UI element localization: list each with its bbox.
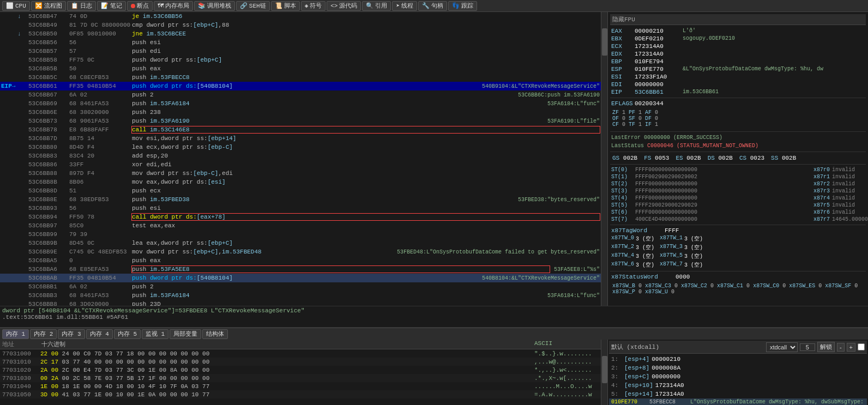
memory-row[interactable]: 770310102C 17 03 77 40 00 00 00 00 00 00… [0,358,607,366]
disasm-row[interactable]: 53C6BB6E68 38020000push 238 [0,108,601,117]
disasm-bytes: 68 9061FA53 [69,118,132,124]
disasm-row[interactable]: 53C6BB8D51push ecx [0,186,601,195]
bottom-tab-0[interactable]: 内存 1 [2,329,29,339]
disasm-row[interactable]: 53C6BB5B50push eax [0,64,601,73]
toolbar-note[interactable]: 📝 笔记 [97,1,126,11]
disasm-comment: 53FA6190:L"file" [543,118,600,124]
disasm-row[interactable]: 53C6BBA668 E85EFA53push im.53FA5EE853FA5… [0,265,601,274]
disasm-scroll-thumb[interactable] [602,28,607,56]
toolbar-source[interactable]: <> 源代码 [327,1,361,11]
st-reg-row: ST(0) FFFF000000000000000 x87r0 invalid [610,166,866,173]
x87sw-header-row: x87StatusWord 0000 [610,273,866,281]
disasm-addr: 53C6BB57 [28,48,69,55]
disasm-row[interactable]: 53C6BB9979 39 [0,230,601,239]
memory-row[interactable]: 770310202A 00 2C 00 E4 7D 03 77 3C 00 1E… [0,366,607,374]
default-header: 默认 (xtdcall) xtdcall 解锁 - + [609,341,867,354]
memory-row[interactable]: 7703100022 00 24 00 C0 7D 03 77 18 00 00… [0,349,607,358]
disasm-scrollbar[interactable] [601,12,607,306]
memory-row[interactable]: 770310401E 00 18 1E 00 00 4D 18 00 10 4F… [0,382,607,390]
toolbar-handle[interactable]: 🔧 句柄 [418,1,447,11]
bottom-tab-2[interactable]: 内存 3 [58,329,85,339]
toolbar-breakpoint[interactable]: 断点 [127,1,153,11]
memory-row[interactable]: 7703103000 2A 00 2C 58 7E 03 77 5B 17 1F… [0,374,607,382]
disasm-row[interactable]: 53C6BB8B8B06mov eax,dword ptr ds:[esi] [0,178,601,186]
num-input[interactable] [800,343,815,351]
checkbox-input[interactable] [858,343,865,350]
disasm-row[interactable]: 53C6BB5C68 C8ECFB53push im.53FBECC8 [0,73,601,82]
disasm-row[interactable]: 53C6BB7D8B75 14mov esi,dword ptr ss:[ebp… [0,134,601,143]
toolbar-thread[interactable]: ➤ 线程 [392,1,417,11]
disasm-bytes: 6A 02 [69,92,132,98]
registers-panel: 隐藏FPU EAX 00000210 L'ð' EBX 0DEF0210 sog… [608,12,868,306]
disasm-row[interactable]: ↓53C6BB500F85 98010000jne im.53C6BCEE [0,29,601,38]
st-reg-row: ST(1) FFFF002900290029002 x87r1 invalid [610,173,866,180]
bottom-tab-7[interactable]: 结构体 [202,329,228,339]
disasm-row[interactable]: ↓53C6BB4774 0Dje im.53C6BB56 [0,12,601,21]
disasm-row[interactable]: EIP→53C6BB61FF35 04810B54push dword ptr … [0,82,601,90]
default-combo[interactable]: xtdcall [766,342,798,352]
disasm-row[interactable]: 53C6BB8383C4 20add esp,20 [0,152,601,160]
disasm-row[interactable]: 53C6BB9B8D45 0Clea eax,dword ptr ss:[ebp… [0,239,601,247]
bottom-tab-3[interactable]: 内存 4 [86,329,113,339]
bottom-tab-5[interactable]: 监视 1 [142,329,168,339]
disasm-row[interactable]: 53C6BB9785C0test eax,eax [0,221,601,230]
disasm-instr: push eax [132,65,600,72]
list-item: 1: [esp+4] 00000210 [609,355,867,364]
st-reg-row: ST(3) FFFF000000000000000 x87r3 invalid [610,188,866,195]
disasm-bytes: 68 38EDFB53 [69,196,132,203]
disasm-row[interactable]: 53C6BB676A 02push 253C6BB6C:push im.53FA… [0,90,601,99]
disasm-row[interactable]: 53C6BBB368 8461FA53push im.53FA618453FA6… [0,291,601,300]
disasm-row[interactable]: 53C6BB808D4D F4lea ecx,dword ptr ss:[ebp… [0,143,601,152]
disasm-row[interactable]: 53C6BB58FF75 0Cpush dword ptr ss:[ebp+C] [0,56,601,64]
minus-button[interactable]: - [837,343,845,352]
plus-button[interactable]: + [847,343,855,352]
disasm-addr: 53C6BB5C [28,74,69,81]
toolbar-cpu[interactable]: ⬜ CPU [2,1,30,11]
bottom-tab-6[interactable]: 局部变量 [170,329,201,339]
memory-scrollbar[interactable] [601,340,607,405]
disasm-row[interactable]: 53C6BB5656push esi [0,38,601,47]
memory-row[interactable]: 770310503D 00 41 03 77 1E 00 10 00 1E 0A… [0,390,607,398]
toolbar-symbol[interactable]: ◈ 符号 [301,1,326,11]
lock-button[interactable]: 解锁 [817,342,835,352]
toolbar-ref[interactable]: 🔍 引用 [362,1,391,11]
lasterror-row: LastError 00000000 (ERROR_SUCCESS) [610,134,866,142]
disasm-row[interactable]: 53C6BB7368 9061FA53push im.53FA619053FA6… [0,117,601,125]
disasm-row[interactable]: 53C6BBB868 3D020000push 23D [0,300,601,306]
disasm-row[interactable]: 53C6BB78E8 6B88FAFFcall im.53C146E8 [0,125,601,134]
disasm-row[interactable]: 53C6BB88897D F4mov dword ptr ss:[ebp-C],… [0,169,601,178]
bottom-tab-1[interactable]: 内存 2 [30,329,57,339]
reg-row-ebx: EBX 0DEF0210 sogoupy.0DEF0210 [610,35,866,43]
disasm-row[interactable]: 53C6BB9356push esi [0,204,601,213]
memory-panel[interactable]: 地址 十六进制 ASCII 7703100022 00 24 00 C0 7D … [0,340,608,405]
toolbar-log[interactable]: 📋 日志 [67,1,96,11]
disasm-area[interactable]: ↓53C6BB4774 0Dje im.53C6BB5653C6BB4981 7… [0,12,607,306]
toolbar-script[interactable]: 📜 脚本 [271,1,300,11]
disasm-row[interactable]: 53C6BB8633FFxor edi,edi [0,160,601,169]
main-layout: ↓53C6BB4774 0Dje im.53C6BB5653C6BB4981 7… [0,12,868,306]
disasm-bytes: 8B06 [69,179,132,185]
x87tw-row: x87TW_4 3 (空)x87TW_5 3 (空) [610,252,866,261]
st-reg-row: ST(2) FFFF000000000000000 x87r2 invalid [610,180,866,188]
disasm-row[interactable]: 53C6BB4981 7D 0C 88000000cmp dword ptr s… [0,21,601,29]
disasm-bytes: 33FF [69,161,132,168]
disasm-panel: ↓53C6BB4774 0Dje im.53C6BB5653C6BB4981 7… [0,12,608,306]
memory-scroll-thumb[interactable] [602,356,607,383]
disasm-row[interactable]: 53C6BBABFF35 04810B54push dword ptr ds:[… [0,274,601,282]
toolbar-seh[interactable]: 🔗 SEH链 [236,1,270,11]
disasm-row[interactable]: 53C6BB8E68 38EDFB53push im.53FBED3853FBE… [0,195,601,204]
toolbar-memlayout[interactable]: 🗺 内存布局 [154,1,193,11]
toolbar-callstack[interactable]: 📚 调用堆栈 [194,1,235,11]
disasm-row[interactable]: 53C6BB94FF50 78call dword ptr ds:[eax+78… [0,213,601,221]
disasm-bytes: 6A 02 [69,283,132,290]
disasm-row[interactable]: 53C6BB9EC745 0C 48EDFB53mov dword ptr ss… [0,247,601,256]
disasm-instr: test eax,eax [132,222,600,229]
disasm-row[interactable]: 53C6BB5757push edi [0,47,601,56]
disasm-row[interactable]: 53C6BBA50push eax [0,256,601,265]
disasm-addr: 53C6BBB1 [28,283,69,290]
bottom-tab-4[interactable]: 内存 5 [114,329,141,339]
toolbar-flowgraph[interactable]: 🔀 流程图 [31,1,66,11]
toolbar-trace[interactable]: 👣 跟踪 [448,1,477,11]
disasm-row[interactable]: 53C6BBB16A 02push 2 [0,282,601,291]
disasm-row[interactable]: 53C6BB6968 8461FA53push im.53FA618453FA6… [0,99,601,108]
